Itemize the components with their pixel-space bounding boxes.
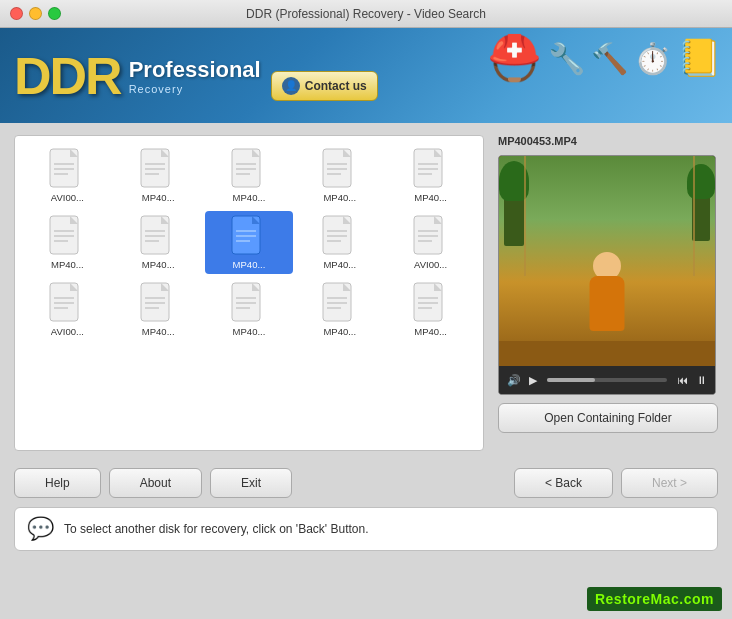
watermark: RestoreMac.com [587, 587, 722, 611]
file-label: MP40... [323, 259, 356, 270]
file-grid: AVI00...MP40...MP40...MP40...MP40...MP40… [23, 144, 475, 341]
file-label: MP40... [233, 192, 266, 203]
back-button[interactable]: < Back [514, 468, 613, 498]
preview-box: 🔊 ▶ ⏮ ⏸ [498, 155, 716, 395]
file-label: MP40... [323, 326, 356, 337]
file-icon [412, 215, 450, 257]
right-panel: MP400453.MP4 [498, 135, 718, 451]
file-item[interactable]: MP40... [205, 144, 294, 207]
file-item[interactable]: MP40... [114, 211, 203, 274]
file-item[interactable]: MP40... [295, 144, 384, 207]
logo-pro-block: Professional Recovery [129, 57, 261, 95]
preview-image [499, 156, 715, 366]
titlebar: DDR (Professional) Recovery - Video Sear… [0, 0, 732, 28]
preview-filename: MP400453.MP4 [498, 135, 718, 147]
file-label: MP40... [51, 259, 84, 270]
file-item[interactable]: MP40... [386, 144, 475, 207]
file-label: AVI00... [51, 326, 84, 337]
file-icon [139, 148, 177, 190]
file-label: MP40... [323, 192, 356, 203]
header-banner: DDR Professional Recovery 👤 Contact us ⛑… [0, 28, 732, 123]
window-title: DDR (Professional) Recovery - Video Sear… [246, 7, 486, 21]
file-icon [48, 148, 86, 190]
file-icon [230, 215, 268, 257]
file-label: MP40... [233, 326, 266, 337]
next-button[interactable]: Next > [621, 468, 718, 498]
exit-button[interactable]: Exit [210, 468, 292, 498]
logo-professional-text: Professional [129, 57, 261, 83]
volume-icon[interactable]: 🔊 [505, 374, 523, 387]
about-button[interactable]: About [109, 468, 202, 498]
play-button[interactable]: ▶ [527, 374, 539, 387]
file-label: MP40... [414, 192, 447, 203]
file-item[interactable]: MP40... [295, 211, 384, 274]
logo-recovery-text: Recovery [129, 83, 261, 95]
file-label: AVI00... [51, 192, 84, 203]
help-button[interactable]: Help [14, 468, 101, 498]
file-label: AVI00... [414, 259, 447, 270]
contact-button-label: Contact us [305, 79, 367, 93]
maximize-button[interactable] [48, 7, 61, 20]
file-label: MP40... [233, 259, 266, 270]
clock-icon: ⏱️ [634, 41, 671, 76]
file-item[interactable]: MP40... [114, 278, 203, 341]
file-icon [48, 282, 86, 324]
pause-button[interactable]: ⏸ [694, 374, 709, 386]
file-icon [412, 148, 450, 190]
file-label: MP40... [142, 259, 175, 270]
step-back-icon[interactable]: ⏮ [675, 374, 690, 386]
file-item[interactable]: MP40... [114, 144, 203, 207]
child-body [590, 276, 625, 331]
file-item[interactable]: MP40... [205, 211, 294, 274]
file-item[interactable]: MP40... [295, 278, 384, 341]
helmet-icon: ⛑️ [487, 36, 542, 80]
contact-person-icon: 👤 [282, 77, 300, 95]
status-bar: 💬 To select another disk for recovery, c… [14, 507, 718, 551]
file-grid-container[interactable]: AVI00...MP40...MP40...MP40...MP40...MP40… [14, 135, 484, 451]
file-item[interactable]: AVI00... [386, 211, 475, 274]
logo: DDR Professional Recovery [14, 50, 261, 102]
file-item[interactable]: AVI00... [23, 278, 112, 341]
open-folder-button[interactable]: Open Containing Folder [498, 403, 718, 433]
bottom-buttons-bar: Help About Exit < Back Next > [0, 463, 732, 503]
progress-bar[interactable] [547, 378, 667, 382]
file-item[interactable]: MP40... [386, 278, 475, 341]
header-tools: ⛑️ 🔧 🔨 ⏱️ 📒 [487, 36, 722, 80]
main-content: AVI00...MP40...MP40...MP40...MP40...MP40… [0, 123, 732, 463]
file-item[interactable]: MP40... [23, 211, 112, 274]
file-icon [48, 215, 86, 257]
logo-ddr-text: DDR [14, 50, 121, 102]
status-chat-icon: 💬 [27, 516, 54, 542]
hammer-icon: 🔨 [591, 41, 628, 76]
close-button[interactable] [10, 7, 23, 20]
status-message: To select another disk for recovery, cli… [64, 522, 369, 536]
contact-button[interactable]: 👤 Contact us [271, 71, 378, 101]
file-label: MP40... [414, 326, 447, 337]
window-controls [10, 7, 61, 20]
file-icon [230, 148, 268, 190]
file-label: MP40... [142, 326, 175, 337]
file-label: MP40... [142, 192, 175, 203]
file-icon [139, 282, 177, 324]
book-icon: 📒 [677, 37, 722, 79]
swing-rope-right [693, 156, 695, 276]
progress-filled [547, 378, 595, 382]
file-icon [230, 282, 268, 324]
child-figure [567, 226, 647, 356]
file-icon [321, 282, 359, 324]
file-icon [321, 148, 359, 190]
file-icon [321, 215, 359, 257]
tools-icon: 🔧 [548, 41, 585, 76]
preview-controls: 🔊 ▶ ⏮ ⏸ [499, 366, 715, 394]
swing-rope-left [524, 156, 526, 276]
minimize-button[interactable] [29, 7, 42, 20]
file-item[interactable]: MP40... [205, 278, 294, 341]
file-icon [412, 282, 450, 324]
file-icon [139, 215, 177, 257]
file-item[interactable]: AVI00... [23, 144, 112, 207]
